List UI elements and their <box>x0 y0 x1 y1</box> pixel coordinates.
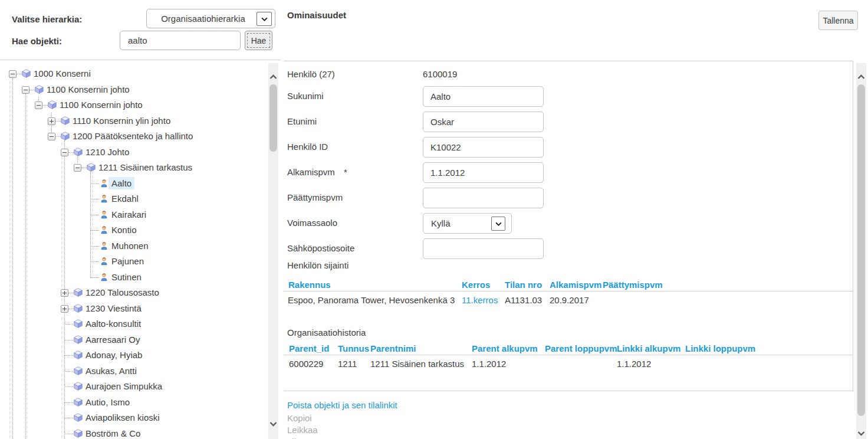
properties-scrollbar[interactable] <box>856 63 866 439</box>
tree-item[interactable]: 1211 Sisäinen tarkastus <box>0 160 267 176</box>
collapse-icon[interactable] <box>22 86 29 94</box>
tree-item[interactable]: Asukas, Antti <box>0 363 267 379</box>
table-cell: 1.1.2012 <box>472 359 506 369</box>
org-cube-icon <box>74 429 83 438</box>
tree-item[interactable]: Autio, Ismo <box>0 395 267 411</box>
collapse-icon[interactable] <box>74 164 81 172</box>
tree-item[interactable]: Pajunen <box>0 254 267 270</box>
org-tree: 1000 Konserni1100 Konsernin johto1100 Ko… <box>0 60 283 439</box>
tree-item[interactable]: 1200 Päätöksenteko ja hallinto <box>0 129 267 145</box>
tree-item[interactable]: 1100 Konsernin johto <box>0 82 267 98</box>
tree-item-label[interactable]: 1200 Päätöksenteko ja hallinto <box>70 130 196 142</box>
tree-connector-stub <box>55 136 61 137</box>
tree-item[interactable]: Aarresaari Oy <box>0 332 267 348</box>
tree-item-label[interactable]: Kairakari <box>108 208 149 221</box>
org-cube-icon <box>35 85 44 94</box>
floor-link[interactable]: 11.kerros <box>462 295 498 305</box>
org-cube-icon <box>61 116 70 125</box>
column-header: Linkki loppupvm <box>685 343 755 353</box>
tree-item[interactable]: Muhonen <box>0 238 267 254</box>
scroll-down-icon[interactable] <box>857 429 865 437</box>
field-value: 6100019 <box>423 69 457 79</box>
tree-item-label[interactable]: Boström & Co <box>83 427 143 439</box>
history-section-title: Organisaatiohistoria <box>287 327 366 338</box>
tree-item[interactable]: 1230 Viestintä <box>0 301 267 317</box>
collapse-icon[interactable] <box>61 149 68 156</box>
field-label: Henkilö (27) <box>287 69 335 79</box>
tree-item-label[interactable]: 1220 Talousosasto <box>83 286 162 299</box>
action-link[interactable]: Poista objekti ja sen tilalinkit <box>287 400 397 410</box>
column-header: Alkamispvm <box>550 280 601 290</box>
tree-item-label[interactable]: Aalto-konsultit <box>83 317 144 330</box>
field-input[interactable] <box>423 137 544 158</box>
tree-item-label[interactable]: Kontio <box>108 224 140 236</box>
tree-item[interactable]: Ekdahl <box>0 191 267 207</box>
tree-item-label[interactable]: Aalto <box>108 177 134 189</box>
tree-item[interactable]: 1000 Konserni <box>0 66 267 82</box>
tree-item-label[interactable]: 1110 Konsernin ylin johto <box>70 114 173 127</box>
tree-item-label[interactable]: 1211 Sisäinen tarkastus <box>96 161 195 173</box>
hierarchy-select[interactable]: Organisaatiohierarkia <box>146 9 275 28</box>
tree-connector-stub <box>64 418 73 418</box>
field-select[interactable]: Kyllä <box>423 213 512 234</box>
tree-item[interactable]: Adonay, Hyiab <box>0 348 267 363</box>
tree-item[interactable]: Kontio <box>0 222 267 238</box>
expand-icon[interactable] <box>61 289 68 297</box>
search-input[interactable] <box>120 31 241 50</box>
action-link-disabled: Liitä <box>287 437 304 439</box>
tree-item[interactable]: 1100 Konsernin johto <box>0 97 267 113</box>
tree-item-selected[interactable]: Aalto <box>0 176 267 192</box>
tree-item[interactable]: 1110 Konsernin ylin johto <box>0 113 267 129</box>
tree-item-label[interactable]: Pajunen <box>108 255 147 267</box>
tree-connector-stub <box>64 434 73 434</box>
field-input[interactable] <box>423 188 544 208</box>
tree-item-label[interactable]: Asukas, Antti <box>83 365 140 377</box>
save-button[interactable]: Tallenna <box>818 11 858 30</box>
collapse-icon[interactable] <box>48 133 55 140</box>
tree-item[interactable]: 1220 Talousosasto <box>0 285 267 301</box>
scroll-up-icon[interactable] <box>857 73 865 81</box>
tree-item[interactable]: Aurajoen Simpukka <box>0 379 267 395</box>
tree-item[interactable]: Aviapoliksen kioski <box>0 410 267 426</box>
tree-item-label[interactable]: 1210 Johto <box>83 146 132 158</box>
expand-icon[interactable] <box>48 117 55 125</box>
collapse-icon[interactable] <box>9 70 17 78</box>
tree-item-label[interactable]: Aurajoen Simpukka <box>83 380 165 392</box>
person-icon <box>100 210 108 219</box>
field-input[interactable] <box>423 86 544 107</box>
tree-scrollbar[interactable] <box>268 63 278 439</box>
field-input[interactable] <box>423 238 544 259</box>
field-input[interactable] <box>423 162 544 183</box>
tree-item-label[interactable]: 1100 Konsernin johto <box>57 99 146 111</box>
person-icon <box>100 194 108 203</box>
tree-item-label[interactable]: Autio, Ismo <box>83 396 133 408</box>
tree-item-label[interactable]: 1230 Viestintä <box>83 302 144 314</box>
tree-item-label[interactable]: Sutinen <box>108 271 144 283</box>
collapse-icon[interactable] <box>35 101 42 109</box>
properties-scrollbar-thumb[interactable] <box>857 84 865 416</box>
tree-item[interactable]: Boström & Co <box>0 426 267 439</box>
table-cell: Espoo, Panorama Tower, Hevosenkenkä 3 <box>288 295 455 305</box>
tree-item-label[interactable]: Aarresaari Oy <box>83 333 143 346</box>
tree-item[interactable]: Kairakari <box>0 207 267 223</box>
tree-item-label[interactable]: 1100 Konsernin johto <box>44 83 133 96</box>
field-input[interactable] <box>423 112 544 132</box>
tree-item-label[interactable]: Muhonen <box>108 240 152 252</box>
tree-item-label[interactable]: Ekdahl <box>108 192 142 205</box>
search-button[interactable]: Hae <box>245 31 272 50</box>
scroll-up-icon[interactable] <box>269 73 277 81</box>
tree-scrollbar-thumb[interactable] <box>269 84 277 152</box>
tree-item-label[interactable]: Aviapoliksen kioski <box>83 411 163 424</box>
column-header: Tunnus <box>338 343 369 353</box>
scroll-down-icon[interactable] <box>269 420 277 428</box>
tree-item-label[interactable]: 1000 Konserni <box>31 67 94 80</box>
tree-item-label[interactable]: Adonay, Hyiab <box>83 349 145 361</box>
expand-icon[interactable] <box>61 305 68 313</box>
tree-connector-stub <box>42 105 48 106</box>
tree-item[interactable]: Sutinen <box>0 270 267 286</box>
org-cube-icon <box>22 69 31 78</box>
person-icon <box>100 179 108 188</box>
tree-item[interactable]: Aalto-konsultit <box>0 316 267 332</box>
chevron-down-icon <box>257 12 272 26</box>
tree-item[interactable]: 1210 Johto <box>0 145 267 160</box>
